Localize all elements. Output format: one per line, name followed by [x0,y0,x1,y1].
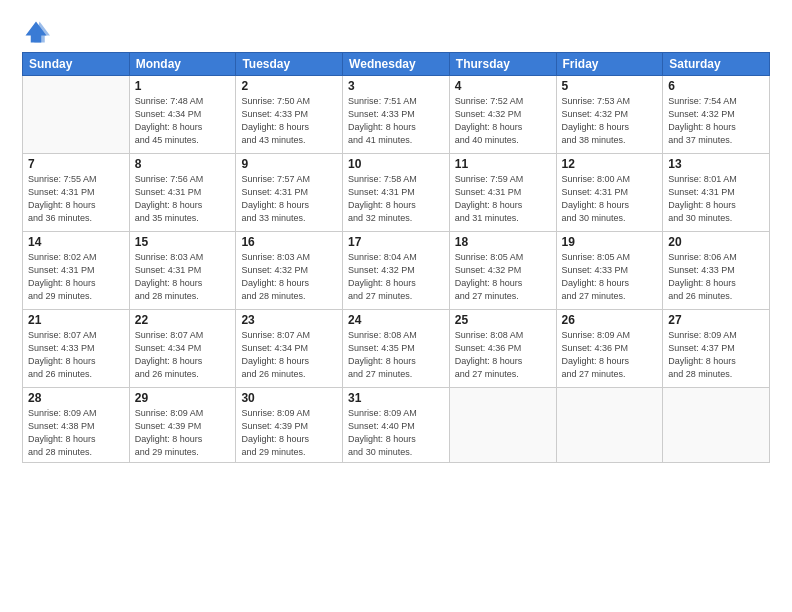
calendar-cell [663,388,770,463]
page: SundayMondayTuesdayWednesdayThursdayFrid… [0,0,792,612]
day-info: Sunrise: 8:08 AM Sunset: 4:35 PM Dayligh… [348,329,444,381]
day-number: 18 [455,235,551,249]
day-info: Sunrise: 7:56 AM Sunset: 4:31 PM Dayligh… [135,173,231,225]
day-number: 16 [241,235,337,249]
day-info: Sunrise: 8:09 AM Sunset: 4:36 PM Dayligh… [562,329,658,381]
calendar-cell [449,388,556,463]
day-number: 9 [241,157,337,171]
day-number: 12 [562,157,658,171]
calendar-cell: 24Sunrise: 8:08 AM Sunset: 4:35 PM Dayli… [343,310,450,388]
calendar-cell: 29Sunrise: 8:09 AM Sunset: 4:39 PM Dayli… [129,388,236,463]
calendar-cell: 11Sunrise: 7:59 AM Sunset: 4:31 PM Dayli… [449,154,556,232]
day-number: 25 [455,313,551,327]
day-number: 31 [348,391,444,405]
day-header-wednesday: Wednesday [343,53,450,76]
calendar-cell: 9Sunrise: 7:57 AM Sunset: 4:31 PM Daylig… [236,154,343,232]
calendar-cell: 19Sunrise: 8:05 AM Sunset: 4:33 PM Dayli… [556,232,663,310]
day-info: Sunrise: 8:01 AM Sunset: 4:31 PM Dayligh… [668,173,764,225]
day-info: Sunrise: 8:08 AM Sunset: 4:36 PM Dayligh… [455,329,551,381]
day-number: 22 [135,313,231,327]
calendar-cell: 26Sunrise: 8:09 AM Sunset: 4:36 PM Dayli… [556,310,663,388]
day-info: Sunrise: 8:03 AM Sunset: 4:32 PM Dayligh… [241,251,337,303]
calendar-body: 1Sunrise: 7:48 AM Sunset: 4:34 PM Daylig… [23,76,770,463]
calendar-cell: 5Sunrise: 7:53 AM Sunset: 4:32 PM Daylig… [556,76,663,154]
calendar-cell: 22Sunrise: 8:07 AM Sunset: 4:34 PM Dayli… [129,310,236,388]
day-number: 6 [668,79,764,93]
day-info: Sunrise: 7:57 AM Sunset: 4:31 PM Dayligh… [241,173,337,225]
calendar-cell: 8Sunrise: 7:56 AM Sunset: 4:31 PM Daylig… [129,154,236,232]
day-number: 4 [455,79,551,93]
calendar-cell [556,388,663,463]
day-info: Sunrise: 8:09 AM Sunset: 4:37 PM Dayligh… [668,329,764,381]
day-info: Sunrise: 7:59 AM Sunset: 4:31 PM Dayligh… [455,173,551,225]
day-header-thursday: Thursday [449,53,556,76]
day-info: Sunrise: 7:48 AM Sunset: 4:34 PM Dayligh… [135,95,231,147]
day-info: Sunrise: 8:04 AM Sunset: 4:32 PM Dayligh… [348,251,444,303]
day-info: Sunrise: 7:54 AM Sunset: 4:32 PM Dayligh… [668,95,764,147]
calendar-cell: 10Sunrise: 7:58 AM Sunset: 4:31 PM Dayli… [343,154,450,232]
calendar-cell: 3Sunrise: 7:51 AM Sunset: 4:33 PM Daylig… [343,76,450,154]
day-info: Sunrise: 8:05 AM Sunset: 4:33 PM Dayligh… [562,251,658,303]
header-row: SundayMondayTuesdayWednesdayThursdayFrid… [23,53,770,76]
day-number: 20 [668,235,764,249]
day-number: 14 [28,235,124,249]
day-info: Sunrise: 8:07 AM Sunset: 4:34 PM Dayligh… [241,329,337,381]
calendar-cell: 16Sunrise: 8:03 AM Sunset: 4:32 PM Dayli… [236,232,343,310]
calendar-cell: 12Sunrise: 8:00 AM Sunset: 4:31 PM Dayli… [556,154,663,232]
day-info: Sunrise: 8:05 AM Sunset: 4:32 PM Dayligh… [455,251,551,303]
day-number: 23 [241,313,337,327]
day-header-sunday: Sunday [23,53,130,76]
header [22,18,770,46]
day-number: 11 [455,157,551,171]
day-info: Sunrise: 8:09 AM Sunset: 4:38 PM Dayligh… [28,407,124,459]
day-number: 2 [241,79,337,93]
day-header-saturday: Saturday [663,53,770,76]
calendar-cell: 17Sunrise: 8:04 AM Sunset: 4:32 PM Dayli… [343,232,450,310]
day-number: 26 [562,313,658,327]
calendar-cell: 20Sunrise: 8:06 AM Sunset: 4:33 PM Dayli… [663,232,770,310]
day-number: 15 [135,235,231,249]
day-number: 3 [348,79,444,93]
day-number: 29 [135,391,231,405]
calendar-cell: 7Sunrise: 7:55 AM Sunset: 4:31 PM Daylig… [23,154,130,232]
day-number: 8 [135,157,231,171]
day-number: 27 [668,313,764,327]
day-info: Sunrise: 8:07 AM Sunset: 4:33 PM Dayligh… [28,329,124,381]
calendar-cell [23,76,130,154]
calendar-cell: 27Sunrise: 8:09 AM Sunset: 4:37 PM Dayli… [663,310,770,388]
calendar-cell: 1Sunrise: 7:48 AM Sunset: 4:34 PM Daylig… [129,76,236,154]
day-info: Sunrise: 7:55 AM Sunset: 4:31 PM Dayligh… [28,173,124,225]
calendar-cell: 28Sunrise: 8:09 AM Sunset: 4:38 PM Dayli… [23,388,130,463]
calendar-cell: 25Sunrise: 8:08 AM Sunset: 4:36 PM Dayli… [449,310,556,388]
calendar-cell: 18Sunrise: 8:05 AM Sunset: 4:32 PM Dayli… [449,232,556,310]
day-info: Sunrise: 8:09 AM Sunset: 4:39 PM Dayligh… [241,407,337,459]
day-number: 24 [348,313,444,327]
day-info: Sunrise: 8:02 AM Sunset: 4:31 PM Dayligh… [28,251,124,303]
calendar-cell: 6Sunrise: 7:54 AM Sunset: 4:32 PM Daylig… [663,76,770,154]
day-info: Sunrise: 8:09 AM Sunset: 4:39 PM Dayligh… [135,407,231,459]
day-info: Sunrise: 7:53 AM Sunset: 4:32 PM Dayligh… [562,95,658,147]
calendar-cell: 2Sunrise: 7:50 AM Sunset: 4:33 PM Daylig… [236,76,343,154]
calendar: SundayMondayTuesdayWednesdayThursdayFrid… [22,52,770,463]
day-number: 1 [135,79,231,93]
calendar-cell: 21Sunrise: 8:07 AM Sunset: 4:33 PM Dayli… [23,310,130,388]
week-row-1: 1Sunrise: 7:48 AM Sunset: 4:34 PM Daylig… [23,76,770,154]
day-number: 28 [28,391,124,405]
day-info: Sunrise: 8:06 AM Sunset: 4:33 PM Dayligh… [668,251,764,303]
week-row-2: 7Sunrise: 7:55 AM Sunset: 4:31 PM Daylig… [23,154,770,232]
logo-icon [22,18,50,46]
calendar-cell: 15Sunrise: 8:03 AM Sunset: 4:31 PM Dayli… [129,232,236,310]
day-info: Sunrise: 7:52 AM Sunset: 4:32 PM Dayligh… [455,95,551,147]
day-number: 7 [28,157,124,171]
week-row-3: 14Sunrise: 8:02 AM Sunset: 4:31 PM Dayli… [23,232,770,310]
week-row-5: 28Sunrise: 8:09 AM Sunset: 4:38 PM Dayli… [23,388,770,463]
day-header-friday: Friday [556,53,663,76]
calendar-cell: 4Sunrise: 7:52 AM Sunset: 4:32 PM Daylig… [449,76,556,154]
day-info: Sunrise: 8:00 AM Sunset: 4:31 PM Dayligh… [562,173,658,225]
day-info: Sunrise: 8:09 AM Sunset: 4:40 PM Dayligh… [348,407,444,459]
day-number: 13 [668,157,764,171]
day-number: 10 [348,157,444,171]
calendar-cell: 31Sunrise: 8:09 AM Sunset: 4:40 PM Dayli… [343,388,450,463]
calendar-cell: 23Sunrise: 8:07 AM Sunset: 4:34 PM Dayli… [236,310,343,388]
day-number: 30 [241,391,337,405]
